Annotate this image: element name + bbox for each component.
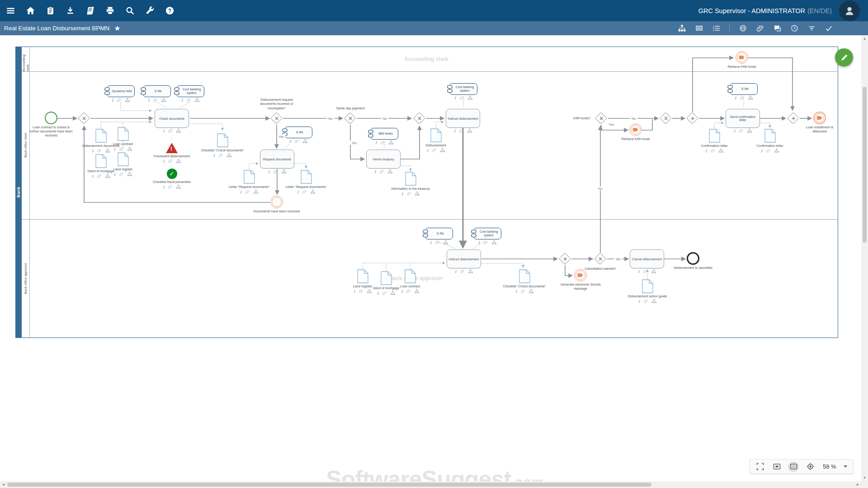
hierarchy-icon[interactable] (127, 172, 132, 176)
info-icon[interactable]: i (163, 129, 164, 133)
start-event-circle[interactable] (45, 112, 57, 124)
bpmn-system[interactable]: Core banking systemi (176, 85, 204, 102)
info-icon[interactable]: i (92, 149, 93, 153)
task-box[interactable]: Instruct disbursement (446, 109, 480, 128)
bpmn-event[interactable]: Disbursement is cancelled (666, 252, 720, 270)
attachment-icon[interactable] (756, 24, 764, 33)
hierarchy-icon[interactable] (176, 185, 181, 189)
hierarchy-icon[interactable] (774, 149, 779, 153)
info-icon[interactable]: i (375, 141, 377, 145)
hierarchy-icon[interactable] (468, 269, 473, 273)
info-icon[interactable] (739, 24, 747, 33)
hierarchy-icon[interactable] (161, 98, 166, 102)
hierarchy-icon[interactable] (719, 149, 723, 153)
bpmn-event[interactable]: Documents have been received (249, 196, 305, 213)
focus-icon[interactable] (805, 461, 816, 472)
tools-icon[interactable] (145, 6, 155, 16)
info-icon[interactable]: i (430, 240, 431, 245)
attachment-icon[interactable] (187, 98, 191, 102)
bpmn-system[interactable]: Dynamics NAVi (107, 85, 135, 102)
attachment-icon[interactable] (740, 96, 744, 100)
info-icon[interactable]: i (455, 269, 456, 274)
frame-icon[interactable] (771, 461, 782, 472)
task-box[interactable]: Send confirmation letter (726, 109, 760, 128)
bpmn-data-object[interactable]: Disbursementi (413, 128, 458, 152)
info-icon[interactable]: i (148, 98, 149, 103)
intermediate-event-circle[interactable] (736, 51, 748, 64)
bpmn-data-object[interactable]: Information to the treasuryi (388, 172, 433, 196)
attachment-icon[interactable] (153, 98, 157, 102)
info-icon[interactable]: i (478, 240, 480, 245)
attachment-icon[interactable] (117, 98, 121, 102)
info-icon[interactable]: i (112, 98, 113, 103)
hierarchy-icon[interactable] (440, 148, 445, 152)
scroll-down-arrow[interactable]: ▼ (861, 474, 868, 481)
bpmn-data-object[interactable]: Letter “Request documents”i (283, 170, 329, 194)
info-icon[interactable]: i (213, 153, 215, 158)
hierarchy-icon[interactable] (195, 98, 199, 102)
intermediate-event-circle[interactable] (270, 196, 283, 208)
zoom-dropdown-caret[interactable] (844, 465, 847, 468)
bpmn-artifact-warning[interactable]: !Fraudulent disbursementi (147, 143, 197, 163)
bpmn-gateway-x[interactable]: × (595, 112, 608, 125)
bpmn-system[interactable]: E-filei (284, 127, 312, 143)
bpmn-data-object[interactable]: Checklist “Check documents”i (502, 269, 547, 293)
hierarchy-icon[interactable] (227, 153, 231, 157)
tasks-icon[interactable] (45, 6, 55, 16)
bpmn-system[interactable]: Core banking systemi (449, 83, 477, 100)
attachment-icon[interactable] (406, 289, 410, 293)
attachment-icon[interactable] (459, 129, 463, 133)
attachment-icon[interactable] (302, 190, 307, 194)
info-icon[interactable]: i (181, 98, 183, 103)
attachment-icon[interactable] (460, 96, 464, 100)
bpmn-gateway-x[interactable]: × (344, 112, 357, 125)
task-box[interactable]: Cancel disbursement (630, 249, 664, 268)
attachment-icon[interactable] (432, 148, 436, 152)
diagram-canvas[interactable]: Bank Accounting clerk Back office clerk … (0, 35, 868, 481)
task-box[interactable]: Instruct disbursement (447, 249, 481, 268)
system-box[interactable]: IBM Notes (370, 128, 398, 140)
info-icon[interactable]: i (454, 96, 456, 100)
home-icon[interactable] (25, 6, 35, 16)
hierarchy-icon[interactable] (748, 96, 753, 100)
hierarchy-icon[interactable] (311, 190, 315, 194)
bpmn-task[interactable]: Check documentsi (155, 109, 189, 133)
info-icon[interactable]: i (92, 174, 93, 178)
zoom-level[interactable]: 58 % (821, 463, 838, 470)
bpmn-gateway-x[interactable]: × (78, 112, 90, 125)
bpmn-system[interactable]: IBM Notesi (370, 128, 398, 145)
bpmn-data-object[interactable]: Checklist “Check documents”i (200, 133, 245, 157)
warning-icon[interactable]: ! (166, 143, 178, 153)
task-box[interactable]: Inform treasury (366, 150, 401, 169)
bpmn-gateway-plus[interactable]: + (559, 253, 571, 265)
intermediate-event-circle[interactable] (629, 123, 642, 136)
check-icon[interactable]: ✓ (167, 169, 177, 179)
attachment-icon[interactable] (643, 269, 647, 273)
hierarchy-icon[interactable] (468, 96, 472, 100)
bpmn-data-object[interactable]: Loan contracti (100, 127, 146, 151)
hierarchy-icon[interactable] (415, 192, 420, 196)
bpmn-data-object[interactable]: Land registeri (100, 152, 146, 176)
lane-header-back-office-clerk[interactable]: Back office clerk (22, 71, 30, 219)
info-icon[interactable]: i (761, 149, 762, 153)
system-box[interactable]: Dynamics NAV (107, 85, 135, 97)
attachment-icon[interactable] (739, 129, 743, 133)
filter-icon[interactable] (807, 24, 816, 33)
info-icon[interactable]: i (354, 289, 355, 294)
hierarchy-icon[interactable] (467, 129, 472, 133)
info-icon[interactable]: i (638, 299, 640, 304)
hierarchy-icon[interactable] (176, 129, 181, 133)
history-icon[interactable] (790, 24, 798, 33)
info-icon[interactable]: i (515, 289, 517, 294)
info-icon[interactable]: i (289, 139, 291, 144)
download-icon[interactable] (65, 6, 75, 16)
bpmn-task[interactable]: Cancel disbursementi (630, 249, 664, 273)
bpmn-event[interactable]: Retrieve KfW funds (615, 123, 656, 141)
fullscreen-icon[interactable] (755, 461, 765, 472)
system-box[interactable]: E-file (730, 83, 758, 95)
system-box[interactable]: Core banking system (449, 83, 477, 95)
hierarchy-icon[interactable] (415, 289, 419, 293)
help-icon[interactable]: ? (165, 6, 175, 16)
hierarchy-icon[interactable] (443, 240, 448, 244)
favorite-star-icon[interactable]: ★ (114, 24, 120, 33)
